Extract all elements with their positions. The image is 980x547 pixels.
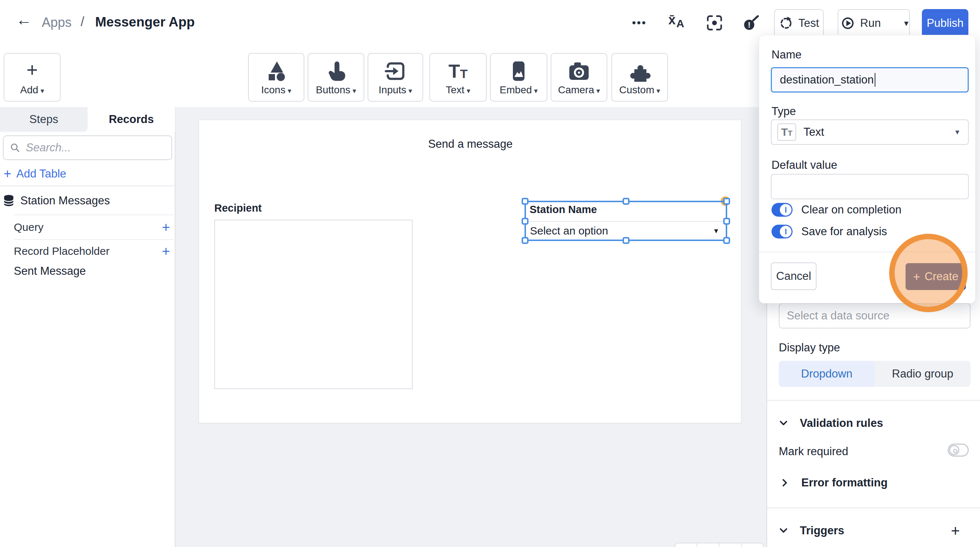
cancel-button-label: Cancel	[776, 270, 811, 283]
resize-handle-se[interactable]	[723, 237, 730, 244]
play-icon	[840, 16, 855, 30]
variable-name-input[interactable]: destination_station	[771, 67, 969, 92]
sidebar-divider	[14, 214, 173, 215]
dialog-footer-divider	[759, 252, 976, 252]
station-name-widget-selected[interactable]: Station Name Select an option ▾	[525, 201, 727, 241]
sidebar-search[interactable]	[3, 135, 172, 160]
input-box-icon	[384, 60, 407, 83]
table-row-station-messages[interactable]: Station Messages	[3, 190, 110, 211]
table-name: Station Messages	[20, 194, 110, 207]
caret-down-icon: ▾	[656, 87, 660, 95]
create-button[interactable]: + Create	[905, 263, 966, 290]
run-button[interactable]: Run	[832, 10, 888, 36]
run-button-label: Run	[860, 17, 881, 30]
database-icon	[3, 195, 14, 207]
resize-handle-s[interactable]	[622, 237, 630, 244]
panel-divider	[767, 400, 980, 401]
zoom-toolbar-segment[interactable]	[719, 543, 742, 547]
chevron-down-icon	[779, 419, 788, 428]
tool-icons-button[interactable]: Icons▾	[248, 53, 304, 101]
step-card[interactable]: Send a message Recipient Station Name Se…	[199, 120, 741, 423]
search-icon	[10, 142, 20, 153]
tool-text-button[interactable]: TT Text▾	[430, 53, 487, 101]
mark-required-toggle-off[interactable]	[948, 444, 969, 457]
data-source-field[interactable]	[779, 303, 970, 328]
caret-down-icon: ▾	[409, 87, 412, 95]
resize-handle-e[interactable]	[723, 218, 730, 225]
step-title: Send a message	[199, 138, 742, 151]
run-dropdown-caret[interactable]: ▾	[897, 18, 915, 28]
display-type-segmented-control: Dropdown Radio group	[779, 361, 970, 387]
add-table-button[interactable]: + Add Table	[4, 166, 66, 182]
default-value-input[interactable]	[771, 174, 969, 199]
publish-button[interactable]: Publish	[922, 9, 968, 37]
scan-focus-icon[interactable]	[705, 14, 724, 33]
variable-type-select[interactable]: TT Text ▾	[771, 119, 969, 145]
save-for-analysis-row: Save for analysis	[772, 225, 887, 238]
tool-embed-button[interactable]: Embed▾	[490, 53, 547, 101]
page-title: Messenger App	[95, 15, 195, 29]
more-options-icon[interactable]: •••	[632, 17, 647, 28]
add-placeholder-icon[interactable]: +	[162, 244, 170, 258]
pointer-hand-icon	[325, 60, 348, 83]
resize-handle-n[interactable]	[622, 198, 630, 205]
tab-steps[interactable]: Steps	[0, 107, 88, 132]
back-arrow-icon[interactable]: ←	[16, 12, 32, 28]
cancel-button[interactable]: Cancel	[771, 262, 816, 290]
segment-radio-group[interactable]: Radio group	[875, 361, 970, 387]
tool-camera-button[interactable]: Camera▾	[550, 53, 607, 101]
plus-icon: +	[4, 167, 11, 181]
type-value: Text	[803, 125, 948, 139]
app-builder-window: ← Apps / Messenger App ••• x̄ A !	[0, 0, 980, 547]
station-widget-label: Station Name	[530, 204, 597, 216]
record-link-row-query[interactable]: Query +	[14, 216, 170, 238]
name-label: Name	[772, 48, 802, 61]
text-type-icon: TT	[777, 124, 796, 141]
tool-buttons-button[interactable]: Buttons▾	[308, 53, 364, 101]
text-cursor	[875, 73, 875, 87]
resize-handle-w[interactable]	[522, 218, 528, 225]
breadcrumb-apps[interactable]: Apps	[42, 16, 72, 29]
error-formatting-section-header[interactable]: Error formatting	[780, 476, 888, 489]
caret-down-icon: ▾	[955, 127, 959, 137]
data-source-input[interactable]	[787, 309, 963, 322]
tool-custom-button[interactable]: Custom▾	[611, 53, 668, 101]
camera-icon	[567, 60, 590, 83]
shapes-icon	[265, 60, 288, 83]
test-button[interactable]: Test	[774, 9, 824, 37]
triggers-section-header[interactable]: Triggers	[779, 524, 844, 537]
breadcrumb-separator: /	[81, 15, 84, 28]
field-row-sent-message[interactable]: Sent Message	[14, 265, 86, 277]
zoom-toolbar-segment[interactable]	[742, 543, 763, 547]
clear-on-completion-toggle-on[interactable]	[772, 203, 792, 217]
recipient-list-widget[interactable]	[214, 220, 413, 389]
resize-handle-nw[interactable]	[522, 198, 528, 205]
translate-icon[interactable]: x̄ A	[668, 14, 687, 33]
record-link-row-placeholder[interactable]: Record Placeholder +	[14, 240, 170, 262]
tool-inputs-button[interactable]: Inputs▾	[368, 53, 423, 101]
top-bar: ← Apps / Messenger App ••• x̄ A !	[0, 0, 980, 39]
caret-down-icon: ▾	[288, 87, 291, 95]
add-trigger-button[interactable]: +	[951, 523, 960, 539]
search-input[interactable]	[26, 141, 165, 154]
add-label: Add	[20, 84, 38, 95]
recipient-widget-label: Recipient	[214, 202, 262, 214]
resize-handle-ne[interactable]	[723, 198, 730, 205]
add-widget-button[interactable]: + Add▾	[4, 53, 60, 101]
tab-records[interactable]: Records	[88, 107, 175, 132]
zoom-toolbar-segment[interactable]	[697, 543, 719, 547]
test-timer-icon	[779, 16, 793, 30]
add-query-icon[interactable]: +	[162, 220, 170, 234]
plus-icon: +	[27, 60, 38, 80]
canvas-zoom-toolbar[interactable]	[675, 543, 764, 547]
variable-name-value: destination_station	[780, 73, 874, 86]
segment-dropdown[interactable]: Dropdown	[779, 361, 875, 387]
zoom-toolbar-segment[interactable]	[675, 543, 697, 547]
debug-search-icon[interactable]: !	[742, 14, 760, 33]
resize-handle-sw[interactable]	[522, 237, 528, 244]
mark-required-label: Mark required	[779, 445, 848, 458]
publish-button-label: Publish	[927, 17, 964, 30]
validation-rules-section-header[interactable]: Validation rules	[779, 417, 883, 430]
step-canvas: Send a message Recipient Station Name Se…	[175, 107, 767, 547]
save-for-analysis-toggle-on[interactable]	[772, 225, 792, 238]
